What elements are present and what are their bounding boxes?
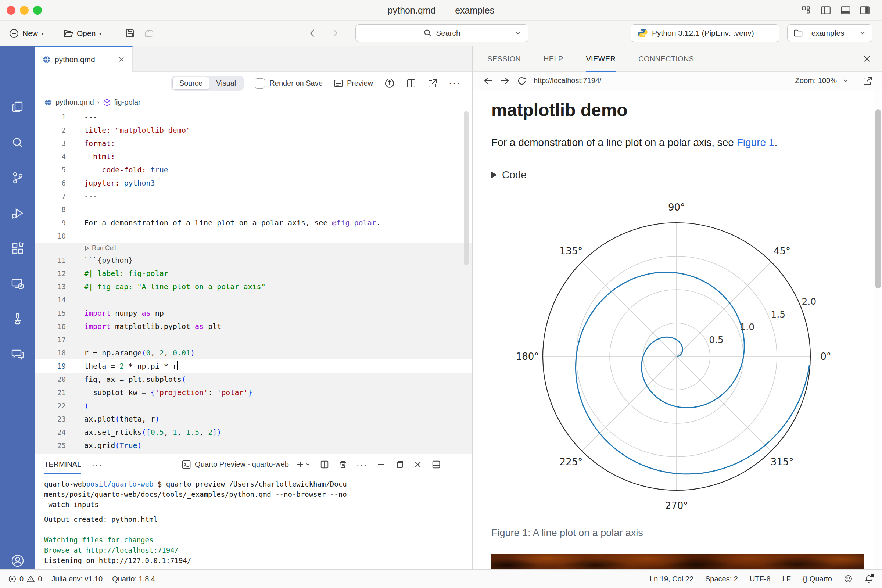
code-line-12[interactable]: 12#| label: fig-polar	[35, 267, 472, 280]
code-line-13[interactable]: 13#| fig-cap: "A line plot on a polar ax…	[35, 280, 472, 293]
toggle-panel-icon[interactable]	[840, 5, 851, 16]
maximize-panel-icon[interactable]	[395, 460, 404, 469]
code-line-11[interactable]: 11```{python}	[35, 254, 472, 267]
indentation-status[interactable]: Spaces: 2	[705, 575, 738, 583]
extensions-icon[interactable]	[10, 242, 25, 255]
breadcrumb-file[interactable]: python.qmd	[56, 98, 94, 106]
code-fold-toggle[interactable]: Code	[491, 169, 526, 181]
code-line-5[interactable]: 5 code-fold: true	[35, 163, 472, 176]
code-line-6[interactable]: 6jupyter: python3	[35, 176, 472, 190]
render-on-save-checkbox[interactable]	[255, 78, 265, 88]
save-all-icon[interactable]	[144, 28, 154, 38]
quarto-version-status[interactable]: Quarto: 1.8.4	[112, 575, 155, 583]
terminal-session[interactable]: Quarto Preview - quarto-web	[182, 460, 289, 469]
code-editor[interactable]: 1---2title: "matplotlib demo"3format:4 h…	[35, 110, 472, 454]
new-terminal-icon[interactable]	[296, 460, 311, 469]
chat-icon[interactable]	[10, 347, 25, 361]
code-line-10[interactable]: 10	[35, 230, 472, 243]
viewer-reload-icon[interactable]	[517, 76, 527, 86]
close-panel-icon[interactable]	[413, 460, 423, 469]
render-document-icon[interactable]	[384, 78, 395, 89]
julia-env-status[interactable]: Julia env: v1.10	[51, 575, 102, 583]
code-line-23[interactable]: 23ax.plot(theta, r)	[35, 412, 472, 426]
toolbar-divider	[56, 27, 56, 39]
tab-close-icon[interactable]	[118, 56, 125, 63]
run-debug-icon[interactable]	[10, 206, 25, 220]
panel-tab-viewer[interactable]: VIEWER	[586, 46, 616, 72]
code-line-21[interactable]: 21 subplot_kw = {'projection': 'polar'}	[35, 386, 472, 399]
panel-tab-connections[interactable]: CONNECTIONS	[638, 46, 694, 72]
visual-mode-button[interactable]: Visual	[210, 77, 243, 90]
cursor-position-status[interactable]: Ln 19, Col 22	[650, 575, 693, 583]
open-button[interactable]: Open▾	[63, 21, 101, 46]
code-line-19[interactable]: 19theta = 2 * np.pi * r	[35, 359, 472, 373]
search-sidebar-icon[interactable]	[10, 136, 25, 150]
new-button[interactable]: New▾	[9, 21, 44, 46]
preview-button[interactable]: Preview	[334, 79, 373, 88]
tab-python-qmd[interactable]: python.qmd	[35, 46, 133, 72]
panel-layout-icon[interactable]	[432, 460, 441, 469]
panel-more-icon[interactable]: ···	[92, 459, 102, 470]
minimize-panel-icon[interactable]	[376, 460, 386, 469]
viewer-forward-icon[interactable]	[500, 76, 510, 86]
open-in-new-window-icon[interactable]	[428, 78, 438, 88]
viewer-zoom-control[interactable]: Zoom: 100%	[795, 76, 882, 86]
code-line-18[interactable]: 18r = np.arange(0, 2, 0.01)	[35, 346, 472, 359]
toggle-left-sidebar-icon[interactable]	[820, 5, 831, 16]
code-line-3[interactable]: 3format:	[35, 137, 472, 150]
explorer-icon[interactable]	[10, 100, 25, 114]
save-icon[interactable]	[125, 28, 135, 38]
testing-icon[interactable]	[10, 312, 25, 326]
kill-terminal-icon[interactable]	[338, 460, 348, 469]
terminal-tab[interactable]: TERMINAL	[44, 454, 81, 474]
run-cell-button[interactable]: Run Cell	[35, 243, 472, 254]
code-line-22[interactable]: 22)	[35, 399, 472, 412]
code-line-25[interactable]: 25ax.grid(True)	[35, 439, 472, 452]
history-forward-icon[interactable]	[330, 28, 340, 38]
source-control-icon[interactable]	[10, 171, 25, 185]
code-line-15[interactable]: 15import numpy as np	[35, 306, 472, 320]
code-line-4[interactable]: 4 html:	[35, 150, 472, 163]
sessions-icon[interactable]	[10, 277, 25, 291]
open-in-browser-icon[interactable]	[862, 76, 873, 86]
viewer-url[interactable]: http://localhost:7194/	[534, 76, 602, 85]
feedback-icon[interactable]	[844, 574, 853, 583]
source-visual-toggle[interactable]: Source Visual	[171, 76, 244, 91]
account-icon[interactable]	[10, 554, 25, 568]
code-line-7[interactable]: 7---	[35, 190, 472, 203]
code-line-16[interactable]: 16import matplotlib.pyplot as plt	[35, 320, 472, 333]
viewer-scrollbar-thumb[interactable]	[875, 109, 881, 288]
split-terminal-icon[interactable]	[320, 460, 329, 469]
code-line-14[interactable]: 14	[35, 293, 472, 306]
history-back-icon[interactable]	[308, 28, 318, 38]
toggle-right-sidebar-icon[interactable]	[859, 5, 870, 16]
code-line-24[interactable]: 24ax.set_rticks([0.5, 1, 1.5, 2])	[35, 426, 472, 439]
split-editor-icon[interactable]	[406, 78, 416, 88]
workspace-selector[interactable]: _examples	[787, 24, 873, 42]
viewer-back-icon[interactable]	[483, 76, 493, 86]
notifications-bell-icon[interactable]	[864, 574, 873, 583]
encoding-status[interactable]: UTF-8	[750, 575, 771, 583]
terminal-more-icon[interactable]: ···	[357, 459, 368, 470]
code-line-8[interactable]: 8	[35, 203, 472, 216]
search-input[interactable]: Search	[356, 24, 528, 42]
breadcrumb-symbol[interactable]: fig-polar	[114, 98, 141, 106]
panel-tab-help[interactable]: HELP	[543, 46, 563, 72]
customize-layout-icon[interactable]	[800, 5, 812, 16]
code-line-1[interactable]: 1---	[35, 110, 472, 123]
code-line-17[interactable]: 17	[35, 333, 472, 346]
source-mode-button[interactable]: Source	[172, 77, 210, 90]
terminal-output[interactable]: quarto-webposit/quarto-web $ quarto prev…	[35, 474, 472, 569]
code-line-20[interactable]: 20fig, ax = plt.subplots(	[35, 373, 472, 386]
code-line-2[interactable]: 2title: "matplotlib demo"	[35, 123, 472, 137]
interpreter-selector[interactable]: Python 3.12.1 (PipEnv: .venv)	[631, 24, 780, 42]
eol-status[interactable]: LF	[782, 575, 791, 583]
panel-close-icon[interactable]	[862, 54, 872, 64]
panel-tab-session[interactable]: SESSION	[487, 46, 521, 72]
code-line-9[interactable]: 9For a demonstration of a line plot on a…	[35, 216, 472, 230]
editor-scrollbar-thumb[interactable]	[464, 111, 469, 266]
problems-status[interactable]: 0 0	[8, 575, 42, 583]
figure-link[interactable]: Figure 1	[737, 137, 775, 148]
more-actions-icon[interactable]: ···	[449, 78, 460, 89]
language-mode-status[interactable]: {} Quarto	[802, 575, 832, 583]
